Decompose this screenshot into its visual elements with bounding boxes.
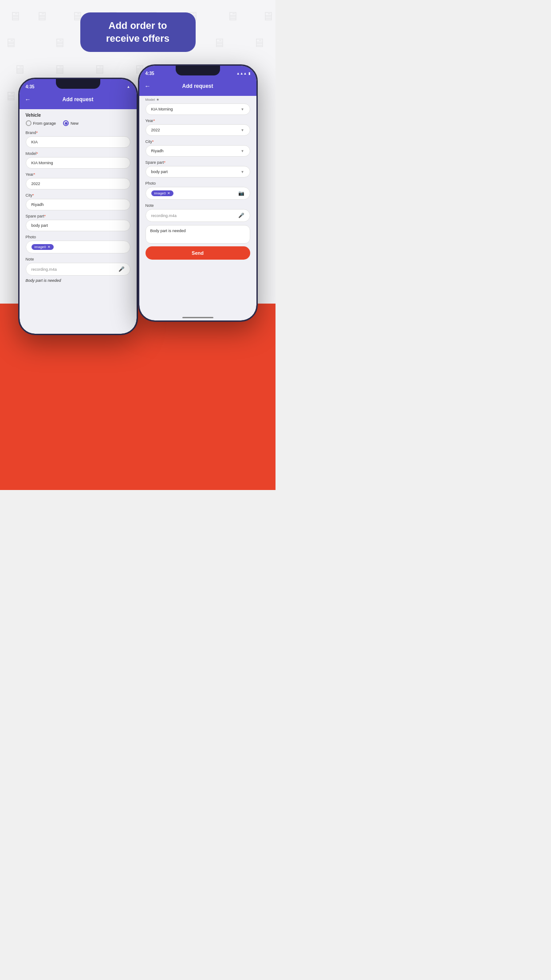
status-time-left: 4:35 [26, 84, 35, 89]
spare-part-input[interactable]: body part [26, 220, 130, 231]
back-arrow-left[interactable]: ← [25, 96, 31, 103]
city-input[interactable]: Riyadh [26, 199, 130, 210]
send-button-right[interactable]: Send [146, 246, 250, 260]
app-header-left: ← Add request [20, 92, 137, 109]
header-banner: Add order to receive offers [80, 12, 196, 52]
year-field-group-right: Year* 2022 ▼ [139, 117, 256, 138]
phone-left-notch [56, 79, 100, 89]
from-garage-radio[interactable] [26, 120, 31, 126]
year-chevron-right: ▼ [241, 128, 244, 132]
remove-image-icon[interactable]: ✕ [47, 245, 51, 249]
remove-image-icon-right[interactable]: ✕ [167, 191, 170, 195]
content-left: Vehicle From garage New Brand* [20, 109, 137, 334]
spare-part-label-right: Spare part* [146, 160, 250, 165]
note-field-group: Note recording.m4a 🎤 [20, 255, 137, 277]
city-chevron-right: ▼ [241, 149, 244, 153]
city-field-group-right: City* Riyadh ▼ [139, 138, 256, 158]
photo-area-left[interactable]: image0 ✕ [26, 241, 130, 253]
city-label: City* [26, 193, 130, 198]
model-field-group-right: KIA Morning ▼ [139, 102, 256, 117]
spare-part-dropdown-right[interactable]: body part ▼ [146, 166, 250, 178]
body-part-textarea-right[interactable]: Body part is needed [146, 225, 250, 244]
mic-icon-left[interactable]: 🎤 [118, 266, 125, 272]
spare-part-chevron-right: ▼ [241, 170, 244, 174]
header-title: Add order to receive offers [98, 20, 178, 45]
phone-left: 4:35 ▲ ← Add request Vehicle From garage [18, 78, 138, 335]
model-input[interactable]: KIA Morning [26, 157, 130, 169]
new-label: New [71, 121, 79, 126]
year-label: Year* [26, 172, 130, 177]
brand-field-group: Brand* KIA [20, 129, 137, 150]
app-title-right: Add request [182, 83, 213, 89]
photo-label: Photo [26, 235, 130, 239]
from-garage-option[interactable]: From garage [26, 120, 56, 126]
city-field-group: City* Riyadh [20, 191, 137, 212]
battery-icon: ▮ [248, 71, 250, 75]
brand-input[interactable]: KIA [26, 136, 130, 148]
status-icons-right: ▲▲▲ ▮ [236, 71, 250, 75]
photo-area-right[interactable]: image0 ✕ 📷 [146, 187, 250, 200]
model-partial-label: Model ★ [139, 96, 256, 102]
app-header-right: ← Add request [139, 79, 256, 96]
spare-part-label: Spare part* [26, 214, 130, 218]
brand-label: Brand* [26, 130, 130, 135]
new-radio[interactable] [63, 120, 69, 126]
photo-field-group-right: Photo image0 ✕ 📷 [139, 179, 256, 202]
status-icons-left: ▲ [127, 85, 130, 89]
city-label-right: City* [146, 139, 250, 144]
camera-button-right[interactable]: 📷 [238, 190, 244, 196]
model-dropdown-right[interactable]: KIA Morning ▼ [146, 103, 250, 115]
phone-left-screen: 4:35 ▲ ← Add request Vehicle From garage [20, 79, 137, 334]
model-chevron-right: ▼ [241, 107, 244, 111]
year-dropdown-right[interactable]: 2022 ▼ [146, 124, 250, 136]
phone-right: 4:35 ▲▲▲ ▮ ← Add request Model ★ KIA Mor… [138, 64, 258, 322]
note-field-group-right: Note recording.m4a 🎤 [139, 202, 256, 224]
status-time-right: 4:35 [146, 71, 154, 76]
photo-field-group: Photo image0 ✕ [20, 233, 137, 255]
note-label-right: Note [146, 203, 250, 208]
vehicle-radio-group: From garage New [20, 119, 137, 129]
city-dropdown-right[interactable]: Riyadh ▼ [146, 145, 250, 157]
wifi-icon: ▲▲▲ [236, 71, 247, 75]
vehicle-section-label: Vehicle [20, 109, 137, 119]
home-indicator-right [182, 317, 213, 318]
new-option[interactable]: New [63, 120, 79, 126]
model-label: Model* [26, 151, 130, 156]
image-tag-left[interactable]: image0 ✕ [31, 244, 54, 250]
back-arrow-right[interactable]: ← [145, 83, 151, 90]
note-label: Note [26, 257, 130, 261]
note-input-right[interactable]: recording.m4a 🎤 [146, 209, 250, 222]
phone-right-notch [176, 66, 220, 75]
note-input-left[interactable]: recording.m4a 🎤 [26, 263, 130, 276]
mic-icon-right[interactable]: 🎤 [238, 213, 244, 218]
photo-label-right: Photo [146, 181, 250, 186]
model-field-group: Model* KIA Morning [20, 150, 137, 170]
spare-part-field-group-right: Spare part* body part ▼ [139, 158, 256, 179]
year-field-group: Year* 2022 [20, 170, 137, 191]
spare-part-field-group: Spare part* body part [20, 212, 137, 233]
year-input[interactable]: 2022 [26, 178, 130, 190]
signal-icon: ▲ [127, 85, 130, 89]
phone-right-screen: 4:35 ▲▲▲ ▮ ← Add request Model ★ KIA Mor… [139, 66, 256, 320]
body-part-text-left: Body part is needed [20, 277, 137, 284]
from-garage-label: From garage [33, 121, 56, 126]
phones-container: 4:35 ▲ ← Add request Vehicle From garage [9, 64, 267, 482]
year-label-right: Year* [146, 119, 250, 123]
app-title-left: Add request [62, 96, 93, 103]
image-tag-right[interactable]: image0 ✕ [151, 190, 173, 196]
content-right: Model ★ KIA Morning ▼ Year* 2022 ▼ [139, 96, 256, 320]
